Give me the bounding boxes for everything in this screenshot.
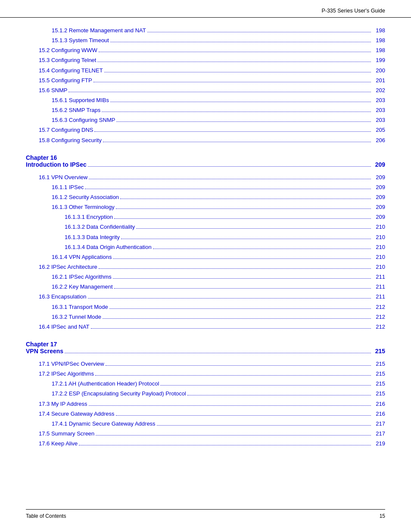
toc-title: 17.1 VPN/IPSec Overview	[39, 360, 104, 368]
toc-title: 15.7 Configuring DNS	[39, 126, 93, 134]
toc-page: 198	[372, 26, 385, 35]
toc-title: 17.6 Keep Alive	[39, 439, 78, 448]
toc-entry: 15.6 SNMP202	[26, 86, 385, 95]
toc-page: 215	[372, 360, 385, 368]
toc-entry: 16.1.2 Security Association209	[26, 193, 385, 202]
chapter-heading: Chapter 17VPN Screens215	[26, 341, 385, 355]
toc-title: 17.2.1 AH (Authentication Header) Protoc…	[52, 380, 159, 388]
toc-entry: 16.2.2 Key Management211	[26, 283, 385, 291]
toc-page: 209	[372, 193, 385, 202]
toc-dots	[114, 218, 371, 219]
toc-title: 16.2 IPSec Architecture	[39, 263, 97, 271]
toc-page: 212	[372, 303, 385, 311]
toc-title: 16.1.3.4 Data Origin Authentication	[65, 243, 152, 252]
toc-dots	[103, 318, 371, 319]
toc-dots	[102, 112, 371, 112]
chapter-page: 209	[372, 161, 385, 168]
toc-title: 17.4.1 Dynamic Secure Gateway Address	[52, 420, 156, 428]
toc-entry: 15.8 Configuring Security206	[26, 136, 385, 145]
chapter-label: Chapter 16	[26, 154, 385, 161]
toc-title: 15.5 Configuring FTP	[39, 76, 92, 85]
toc-title: 16.1.3.1 Encryption	[65, 213, 113, 221]
toc-entry: 17.6 Keep Alive219	[26, 439, 385, 448]
toc-dots	[88, 298, 371, 299]
toc-entry: 16.1.3 Other Terminology209	[26, 203, 385, 212]
toc-title: 16.1.3 Other Terminology	[52, 203, 115, 212]
toc-page: 212	[372, 313, 385, 321]
toc-dots	[68, 92, 371, 92]
toc-page: 217	[372, 429, 385, 438]
toc-dots	[91, 328, 371, 329]
toc-title: 15.4 Configuring TELNET	[39, 66, 103, 75]
toc-page: 199	[372, 56, 385, 65]
toc-title: 16.3.2 Tunnel Mode	[52, 313, 101, 321]
page-footer: Table of Contents 15	[26, 509, 385, 519]
toc-title: 15.6.2 SNMP Traps	[52, 106, 100, 115]
toc-entry: 17.2 IPSec Algorithms215	[26, 370, 385, 378]
toc-title: 15.1.3 System Timeout	[52, 36, 109, 45]
toc-dots	[113, 258, 371, 259]
toc-entry: 15.6.3 Configuring SNMP203	[26, 116, 385, 124]
toc-dots	[187, 395, 371, 395]
toc-dots	[120, 199, 371, 199]
toc-title: 15.6 SNMP	[39, 86, 67, 95]
toc-entry: 15.6.2 SNMP Traps203	[26, 106, 385, 115]
toc-title: 16.1.1 IPSec	[52, 183, 84, 192]
toc-page: 216	[372, 410, 385, 418]
toc-dots	[94, 131, 371, 132]
toc-dots	[103, 142, 371, 142]
toc-page: 210	[372, 223, 385, 231]
toc-page: 219	[372, 439, 385, 448]
chapter-title: Introduction to IPSec	[26, 161, 87, 168]
toc-page: 209	[372, 213, 385, 221]
toc-entry: 17.1 VPN/IPSec Overview215	[26, 360, 385, 368]
toc-dots	[99, 268, 371, 269]
toc-title: 17.2.2 ESP (Encapsulating Security Paylo…	[52, 389, 186, 398]
page-header: P-335 Series User's Guide	[0, 0, 411, 18]
toc-title: 16.4 IPSec and NAT	[39, 323, 90, 331]
toc-dots	[110, 42, 371, 42]
main-content: 15.1.2 Remote Management and NAT19815.1.…	[0, 22, 411, 484]
toc-entry: 15.3 Configuring Telnet199	[26, 56, 385, 65]
toc-entry: 16.3 Encapsulation211	[26, 292, 385, 301]
toc-entry: 17.3 My IP Address216	[26, 400, 385, 408]
toc-page: 205	[372, 126, 385, 134]
toc-title: 15.3 Configuring Telnet	[39, 56, 96, 65]
toc-dots	[99, 52, 371, 52]
toc-dots	[104, 72, 371, 72]
toc-dots	[96, 435, 371, 436]
toc-page: 216	[372, 400, 385, 408]
toc-page: 203	[372, 96, 385, 105]
toc-title: 15.1.2 Remote Management and NAT	[52, 26, 146, 35]
footer-right: 15	[380, 513, 385, 519]
toc-dots	[116, 121, 371, 122]
chapter-title-dots	[65, 353, 371, 353]
toc-entry: 15.7 Configuring DNS205	[26, 126, 385, 134]
toc-dots	[79, 445, 371, 445]
toc-title: 17.2 IPSec Algorithms	[39, 370, 94, 378]
toc-entry: 17.2.1 AH (Authentication Header) Protoc…	[26, 380, 385, 388]
footer-left: Table of Contents	[26, 513, 66, 519]
chapter-title-row: Introduction to IPSec209	[26, 161, 385, 168]
toc-dots	[121, 239, 371, 239]
toc-entry: 16.3.1 Transport Mode212	[26, 303, 385, 311]
toc-page: 215	[372, 370, 385, 378]
toc-dots	[116, 208, 371, 209]
chapter-title-row: VPN Screens215	[26, 348, 385, 355]
toc-title: 16.1.4 VPN Applications	[52, 253, 112, 261]
toc-title: 16.3 Encapsulation	[39, 292, 87, 301]
chapter-page: 215	[372, 348, 385, 355]
toc-entry: 15.5 Configuring FTP201	[26, 76, 385, 85]
toc-title: 15.8 Configuring Security	[39, 136, 102, 145]
toc-title: 15.6.3 Configuring SNMP	[52, 116, 115, 124]
toc-entry: 15.4 Configuring TELNET200	[26, 66, 385, 75]
toc-dots	[89, 179, 371, 179]
toc-page: 203	[372, 106, 385, 115]
toc-page: 206	[372, 136, 385, 145]
toc-page: 215	[372, 380, 385, 388]
toc-page: 202	[372, 86, 385, 95]
toc-title: 17.3 My IP Address	[39, 400, 87, 408]
toc-title: 16.2.2 Key Management	[52, 283, 113, 291]
header-title: P-335 Series User's Guide	[321, 8, 385, 14]
toc-dots	[153, 249, 371, 249]
